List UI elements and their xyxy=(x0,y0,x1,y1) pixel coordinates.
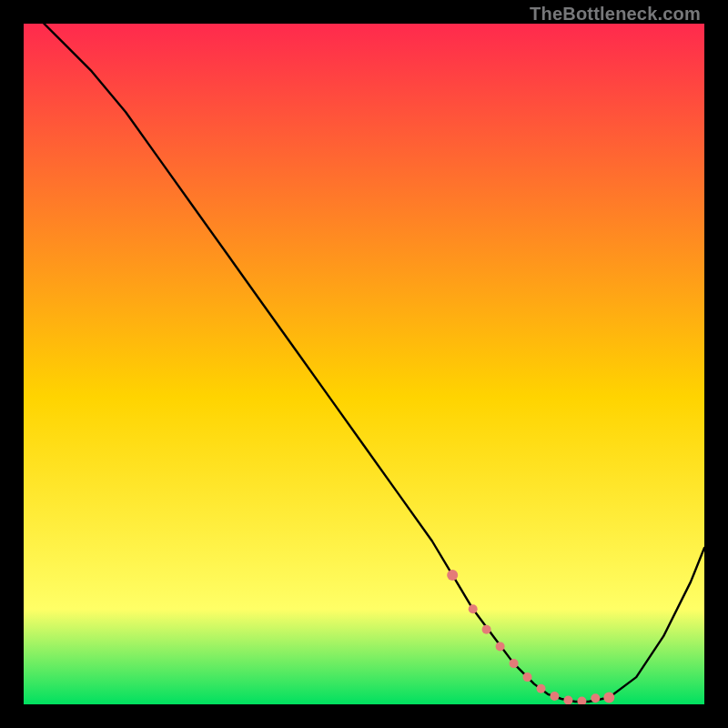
optimal-marker xyxy=(482,625,491,634)
attribution-text: TheBottleneck.com xyxy=(530,4,701,25)
optimal-marker xyxy=(591,693,600,703)
optimal-marker xyxy=(496,642,505,651)
optimal-marker xyxy=(550,692,559,701)
optimal-marker xyxy=(447,570,458,581)
bottleneck-chart xyxy=(24,24,704,704)
optimal-marker xyxy=(469,604,478,613)
optimal-marker xyxy=(603,693,614,703)
optimal-marker xyxy=(510,659,519,668)
optimal-marker xyxy=(537,684,546,693)
optimal-marker xyxy=(523,672,532,682)
chart-frame xyxy=(24,24,704,704)
gradient-background xyxy=(24,24,704,704)
